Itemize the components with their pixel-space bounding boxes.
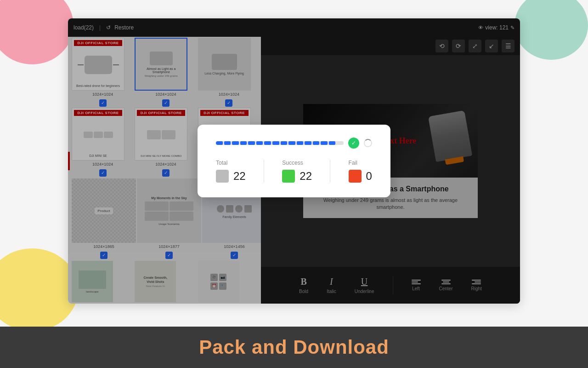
progress-spinner bbox=[364, 139, 372, 147]
progress-seg-5 bbox=[256, 141, 263, 145]
background-blob-yellow bbox=[0, 248, 78, 331]
progress-segments bbox=[216, 141, 344, 145]
progress-seg-4 bbox=[248, 141, 255, 145]
modal-overlay: ✓ Total 22 Success bbox=[68, 18, 520, 304]
progress-seg-8 bbox=[281, 141, 288, 145]
page-footer: Pack and Download bbox=[0, 327, 588, 368]
stat-total-number: 22 bbox=[233, 170, 246, 183]
stat-total-icon bbox=[216, 170, 229, 183]
progress-seg-12 bbox=[313, 141, 320, 145]
stat-total-label: Total bbox=[216, 160, 227, 166]
stat-success: Success 22 bbox=[282, 160, 312, 183]
progress-seg-7 bbox=[272, 141, 279, 145]
stat-success-icon bbox=[282, 170, 295, 183]
stat-fail-value-row: 0 bbox=[349, 170, 372, 183]
app-window: load(22) | ↺ Restore 👁 view: 121 ✎ DJI O bbox=[68, 18, 520, 304]
progress-seg-6 bbox=[264, 141, 271, 145]
progress-seg-13 bbox=[321, 141, 328, 145]
stat-total: Total 22 bbox=[216, 160, 246, 183]
stat-fail-icon bbox=[349, 170, 362, 183]
progress-modal: ✓ Total 22 Success bbox=[198, 125, 390, 197]
footer-title: Pack and Download bbox=[199, 336, 389, 358]
progress-seg-15 bbox=[337, 141, 344, 145]
stat-success-number: 22 bbox=[300, 170, 312, 183]
progress-seg-3 bbox=[240, 141, 247, 145]
progress-bar bbox=[216, 141, 344, 145]
stat-total-value-row: 22 bbox=[216, 170, 246, 183]
background-blob-teal bbox=[514, 0, 588, 60]
stat-divider-2 bbox=[330, 160, 330, 183]
stat-fail-label: Fail bbox=[349, 160, 357, 166]
progress-seg-10 bbox=[297, 141, 304, 145]
progress-seg-1 bbox=[224, 141, 231, 145]
stat-fail-number: 0 bbox=[366, 170, 372, 183]
progress-seg-9 bbox=[288, 141, 295, 145]
stat-fail: Fail 0 bbox=[349, 160, 372, 183]
background-blob-pink bbox=[0, 0, 74, 64]
stat-divider-1 bbox=[264, 160, 264, 183]
stat-success-label: Success bbox=[282, 160, 303, 166]
progress-seg-0 bbox=[216, 141, 223, 145]
progress-check-icon: ✓ bbox=[348, 138, 359, 149]
progress-seg-14 bbox=[329, 141, 336, 145]
stat-success-value-row: 22 bbox=[282, 170, 312, 183]
stats-row: Total 22 Success 22 bbox=[216, 160, 372, 183]
progress-seg-2 bbox=[232, 141, 239, 145]
progress-seg-11 bbox=[305, 141, 311, 145]
progress-bar-row: ✓ bbox=[216, 138, 372, 149]
